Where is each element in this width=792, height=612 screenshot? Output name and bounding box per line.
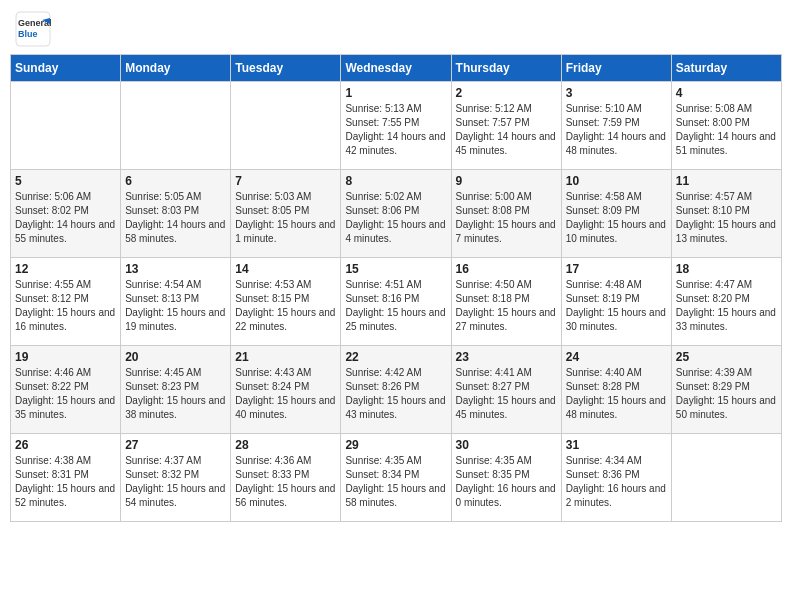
- day-info: Sunrise: 5:02 AMSunset: 8:06 PMDaylight:…: [345, 190, 446, 246]
- day-number: 9: [456, 174, 557, 188]
- day-number: 31: [566, 438, 667, 452]
- calendar-cell: 11Sunrise: 4:57 AMSunset: 8:10 PMDayligh…: [671, 170, 781, 258]
- calendar-table: SundayMondayTuesdayWednesdayThursdayFrid…: [10, 54, 782, 522]
- day-info: Sunrise: 5:00 AMSunset: 8:08 PMDaylight:…: [456, 190, 557, 246]
- calendar-cell: 26Sunrise: 4:38 AMSunset: 8:31 PMDayligh…: [11, 434, 121, 522]
- calendar-cell: 29Sunrise: 4:35 AMSunset: 8:34 PMDayligh…: [341, 434, 451, 522]
- calendar-cell: 10Sunrise: 4:58 AMSunset: 8:09 PMDayligh…: [561, 170, 671, 258]
- calendar-cell: 15Sunrise: 4:51 AMSunset: 8:16 PMDayligh…: [341, 258, 451, 346]
- day-number: 2: [456, 86, 557, 100]
- day-info: Sunrise: 4:35 AMSunset: 8:34 PMDaylight:…: [345, 454, 446, 510]
- day-info: Sunrise: 5:03 AMSunset: 8:05 PMDaylight:…: [235, 190, 336, 246]
- calendar-cell: 13Sunrise: 4:54 AMSunset: 8:13 PMDayligh…: [121, 258, 231, 346]
- calendar-cell: 22Sunrise: 4:42 AMSunset: 8:26 PMDayligh…: [341, 346, 451, 434]
- calendar-cell: 21Sunrise: 4:43 AMSunset: 8:24 PMDayligh…: [231, 346, 341, 434]
- day-number: 4: [676, 86, 777, 100]
- day-number: 13: [125, 262, 226, 276]
- day-info: Sunrise: 4:45 AMSunset: 8:23 PMDaylight:…: [125, 366, 226, 422]
- day-of-week-header: Saturday: [671, 55, 781, 82]
- calendar-cell: [121, 82, 231, 170]
- day-number: 6: [125, 174, 226, 188]
- day-number: 18: [676, 262, 777, 276]
- day-info: Sunrise: 4:35 AMSunset: 8:35 PMDaylight:…: [456, 454, 557, 510]
- day-number: 30: [456, 438, 557, 452]
- day-info: Sunrise: 4:55 AMSunset: 8:12 PMDaylight:…: [15, 278, 116, 334]
- day-info: Sunrise: 4:34 AMSunset: 8:36 PMDaylight:…: [566, 454, 667, 510]
- day-number: 8: [345, 174, 446, 188]
- calendar-cell: 23Sunrise: 4:41 AMSunset: 8:27 PMDayligh…: [451, 346, 561, 434]
- day-number: 12: [15, 262, 116, 276]
- day-of-week-header: Sunday: [11, 55, 121, 82]
- day-number: 1: [345, 86, 446, 100]
- day-info: Sunrise: 4:37 AMSunset: 8:32 PMDaylight:…: [125, 454, 226, 510]
- calendar-cell: 20Sunrise: 4:45 AMSunset: 8:23 PMDayligh…: [121, 346, 231, 434]
- logo: General Blue: [14, 10, 52, 48]
- day-info: Sunrise: 4:58 AMSunset: 8:09 PMDaylight:…: [566, 190, 667, 246]
- day-info: Sunrise: 4:51 AMSunset: 8:16 PMDaylight:…: [345, 278, 446, 334]
- day-info: Sunrise: 4:54 AMSunset: 8:13 PMDaylight:…: [125, 278, 226, 334]
- day-number: 21: [235, 350, 336, 364]
- calendar-cell: 24Sunrise: 4:40 AMSunset: 8:28 PMDayligh…: [561, 346, 671, 434]
- day-info: Sunrise: 5:08 AMSunset: 8:00 PMDaylight:…: [676, 102, 777, 158]
- day-number: 26: [15, 438, 116, 452]
- day-info: Sunrise: 4:50 AMSunset: 8:18 PMDaylight:…: [456, 278, 557, 334]
- day-number: 3: [566, 86, 667, 100]
- day-number: 15: [345, 262, 446, 276]
- day-info: Sunrise: 5:05 AMSunset: 8:03 PMDaylight:…: [125, 190, 226, 246]
- day-info: Sunrise: 4:36 AMSunset: 8:33 PMDaylight:…: [235, 454, 336, 510]
- calendar-cell: 30Sunrise: 4:35 AMSunset: 8:35 PMDayligh…: [451, 434, 561, 522]
- day-info: Sunrise: 4:40 AMSunset: 8:28 PMDaylight:…: [566, 366, 667, 422]
- calendar-cell: 7Sunrise: 5:03 AMSunset: 8:05 PMDaylight…: [231, 170, 341, 258]
- day-info: Sunrise: 5:06 AMSunset: 8:02 PMDaylight:…: [15, 190, 116, 246]
- calendar-cell: 1Sunrise: 5:13 AMSunset: 7:55 PMDaylight…: [341, 82, 451, 170]
- day-info: Sunrise: 4:42 AMSunset: 8:26 PMDaylight:…: [345, 366, 446, 422]
- day-number: 29: [345, 438, 446, 452]
- day-number: 10: [566, 174, 667, 188]
- day-of-week-header: Tuesday: [231, 55, 341, 82]
- calendar-cell: 6Sunrise: 5:05 AMSunset: 8:03 PMDaylight…: [121, 170, 231, 258]
- day-number: 14: [235, 262, 336, 276]
- svg-text:Blue: Blue: [18, 29, 38, 39]
- day-info: Sunrise: 4:38 AMSunset: 8:31 PMDaylight:…: [15, 454, 116, 510]
- day-number: 19: [15, 350, 116, 364]
- day-number: 20: [125, 350, 226, 364]
- day-info: Sunrise: 5:10 AMSunset: 7:59 PMDaylight:…: [566, 102, 667, 158]
- calendar-cell: 31Sunrise: 4:34 AMSunset: 8:36 PMDayligh…: [561, 434, 671, 522]
- calendar-cell: 8Sunrise: 5:02 AMSunset: 8:06 PMDaylight…: [341, 170, 451, 258]
- day-info: Sunrise: 4:57 AMSunset: 8:10 PMDaylight:…: [676, 190, 777, 246]
- day-number: 17: [566, 262, 667, 276]
- calendar-cell: 16Sunrise: 4:50 AMSunset: 8:18 PMDayligh…: [451, 258, 561, 346]
- calendar-cell: 19Sunrise: 4:46 AMSunset: 8:22 PMDayligh…: [11, 346, 121, 434]
- calendar-cell: [671, 434, 781, 522]
- day-info: Sunrise: 4:41 AMSunset: 8:27 PMDaylight:…: [456, 366, 557, 422]
- day-info: Sunrise: 5:13 AMSunset: 7:55 PMDaylight:…: [345, 102, 446, 158]
- day-number: 7: [235, 174, 336, 188]
- day-of-week-header: Friday: [561, 55, 671, 82]
- day-number: 28: [235, 438, 336, 452]
- day-info: Sunrise: 4:53 AMSunset: 8:15 PMDaylight:…: [235, 278, 336, 334]
- day-number: 24: [566, 350, 667, 364]
- calendar-cell: 3Sunrise: 5:10 AMSunset: 7:59 PMDaylight…: [561, 82, 671, 170]
- day-number: 22: [345, 350, 446, 364]
- calendar-cell: 12Sunrise: 4:55 AMSunset: 8:12 PMDayligh…: [11, 258, 121, 346]
- page-header: General Blue: [10, 10, 782, 48]
- calendar-cell: 4Sunrise: 5:08 AMSunset: 8:00 PMDaylight…: [671, 82, 781, 170]
- day-info: Sunrise: 4:39 AMSunset: 8:29 PMDaylight:…: [676, 366, 777, 422]
- calendar-cell: 27Sunrise: 4:37 AMSunset: 8:32 PMDayligh…: [121, 434, 231, 522]
- calendar-cell: 14Sunrise: 4:53 AMSunset: 8:15 PMDayligh…: [231, 258, 341, 346]
- calendar-cell: [231, 82, 341, 170]
- day-info: Sunrise: 4:46 AMSunset: 8:22 PMDaylight:…: [15, 366, 116, 422]
- day-info: Sunrise: 4:48 AMSunset: 8:19 PMDaylight:…: [566, 278, 667, 334]
- day-number: 11: [676, 174, 777, 188]
- day-number: 23: [456, 350, 557, 364]
- day-info: Sunrise: 4:43 AMSunset: 8:24 PMDaylight:…: [235, 366, 336, 422]
- day-info: Sunrise: 5:12 AMSunset: 7:57 PMDaylight:…: [456, 102, 557, 158]
- calendar-cell: 17Sunrise: 4:48 AMSunset: 8:19 PMDayligh…: [561, 258, 671, 346]
- day-of-week-header: Thursday: [451, 55, 561, 82]
- day-number: 27: [125, 438, 226, 452]
- day-number: 16: [456, 262, 557, 276]
- calendar-cell: 2Sunrise: 5:12 AMSunset: 7:57 PMDaylight…: [451, 82, 561, 170]
- calendar-cell: 18Sunrise: 4:47 AMSunset: 8:20 PMDayligh…: [671, 258, 781, 346]
- day-info: Sunrise: 4:47 AMSunset: 8:20 PMDaylight:…: [676, 278, 777, 334]
- calendar-cell: [11, 82, 121, 170]
